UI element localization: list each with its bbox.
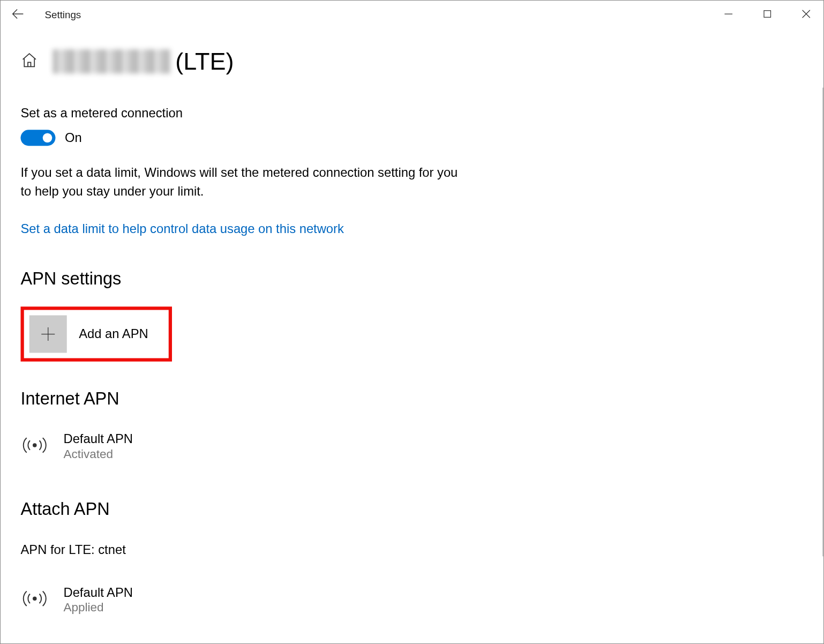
- maximize-icon: [763, 10, 771, 18]
- metered-toggle-state: On: [65, 131, 82, 146]
- minimize-button[interactable]: [709, 1, 748, 27]
- content-area: (LTE) Set as a metered connection On If …: [1, 27, 824, 644]
- maximize-button[interactable]: [748, 1, 787, 27]
- close-icon: [802, 10, 810, 18]
- attach-apn-label: APN for LTE: ctnet: [21, 542, 806, 557]
- attach-apn-title: Attach APN: [21, 499, 806, 520]
- metered-description: If you set a data limit, Windows will se…: [21, 163, 463, 200]
- home-icon[interactable]: [21, 51, 39, 72]
- svg-point-1: [33, 443, 37, 447]
- plus-icon: [41, 327, 56, 342]
- metered-toggle-row: On: [21, 130, 806, 146]
- apn-status: Applied: [64, 601, 133, 615]
- page-title-suffix: (LTE): [175, 48, 234, 76]
- add-apn-label: Add an APN: [79, 327, 148, 342]
- window-title: Settings: [45, 8, 81, 19]
- signal-icon: [21, 589, 49, 611]
- apn-name: Default APN: [64, 585, 133, 600]
- minimize-icon: [724, 10, 732, 18]
- apn-info: Default APN Activated: [64, 432, 133, 461]
- toggle-knob: [43, 133, 53, 143]
- back-button[interactable]: [5, 1, 32, 27]
- data-limit-link[interactable]: Set a data limit to help control data us…: [21, 222, 344, 237]
- apn-section-title: APN settings: [21, 268, 806, 289]
- titlebar: Settings: [1, 1, 824, 27]
- svg-rect-0: [764, 11, 771, 18]
- apn-info: Default APN Applied: [64, 585, 133, 615]
- metered-toggle[interactable]: [21, 130, 56, 146]
- internet-apn-item[interactable]: Default APN Activated: [21, 432, 806, 461]
- page-header: (LTE): [21, 48, 806, 76]
- window-controls: [709, 1, 825, 27]
- apn-name: Default APN: [64, 432, 133, 447]
- plus-box: [29, 316, 67, 353]
- svg-point-2: [33, 597, 37, 601]
- signal-icon: [21, 436, 49, 458]
- metered-label: Set as a metered connection: [21, 106, 806, 121]
- carrier-name-blurred: [53, 49, 170, 73]
- add-apn-button[interactable]: Add an APN: [21, 306, 172, 362]
- attach-apn-item[interactable]: Default APN Applied: [21, 585, 806, 615]
- internet-apn-title: Internet APN: [21, 388, 806, 409]
- back-arrow-icon: [12, 8, 24, 20]
- close-button[interactable]: [787, 1, 825, 27]
- apn-status: Activated: [64, 447, 133, 461]
